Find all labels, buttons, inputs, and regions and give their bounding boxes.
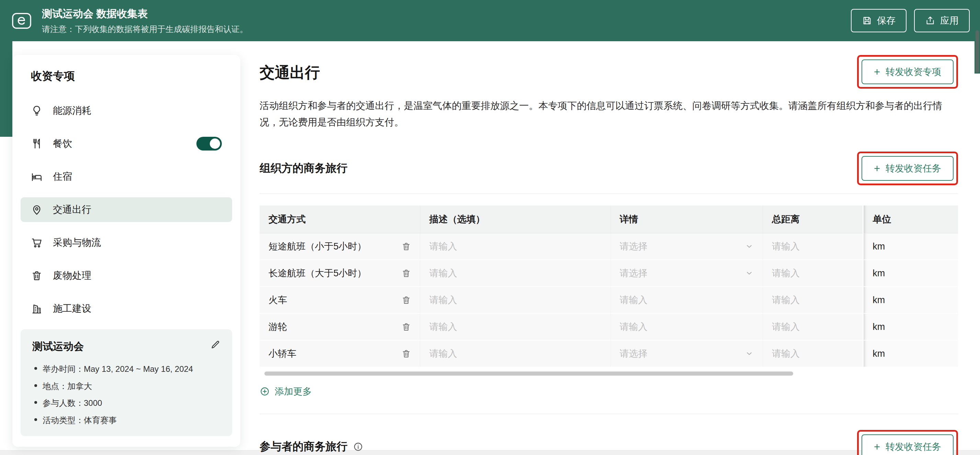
- catering-toggle[interactable]: [196, 137, 222, 150]
- event-detail-dates: 举办时间：May 13, 2024 ~ May 16, 2024: [32, 363, 220, 375]
- delete-row-icon[interactable]: [401, 322, 411, 332]
- plus-icon: +: [874, 67, 880, 77]
- business-travel-table: 交通方式 描述（选填） 详情 总距离 单位 短途航班（小于5小时） 请输入 请选…: [259, 206, 958, 367]
- sidebar-item-construction[interactable]: 施工建设: [21, 296, 232, 321]
- detail-input[interactable]: 请输入: [620, 321, 754, 333]
- main-content: 交通出行 + 转发收资专项 活动组织方和参与者的交通出行，是温室气体的重要排放源…: [259, 55, 958, 455]
- main-header: 交通出行 + 转发收资专项: [259, 55, 958, 89]
- forward-task-button-organizer[interactable]: + 转发收资任务: [862, 156, 954, 181]
- transport-mode-label: 小轿车: [269, 347, 296, 360]
- distance-input[interactable]: 请输入: [772, 321, 854, 333]
- utensils-icon: [31, 138, 43, 150]
- event-detail-participants: 参与人数：3000: [32, 397, 220, 409]
- apply-icon: [925, 16, 935, 26]
- plus-icon: +: [874, 163, 880, 174]
- distance-input[interactable]: 请输入: [772, 267, 854, 279]
- description-input[interactable]: 请输入: [429, 321, 601, 333]
- bulb-icon: [31, 105, 43, 117]
- forward-task-button-participant[interactable]: + 转发收资任务: [862, 434, 954, 455]
- participant-section-header: 参与者的商务旅行 + 转发收资任务: [259, 430, 958, 455]
- description-input[interactable]: 请输入: [429, 240, 601, 252]
- transport-mode-label: 游轮: [269, 321, 287, 333]
- sidebar-item-catering[interactable]: 餐饮: [21, 131, 232, 156]
- sidebar-item-label: 废物处理: [53, 269, 91, 282]
- annotation-box-forward-task-2: + 转发收资任务: [857, 430, 958, 455]
- col-header-description: 描述（选填）: [420, 206, 611, 233]
- unit-cell: km: [863, 313, 958, 340]
- organizer-section-title: 组织方的商务旅行: [259, 161, 347, 176]
- location-pin-icon: [31, 204, 43, 216]
- table-header-row: 交通方式 描述（选填） 详情 总距离 单位: [259, 206, 958, 233]
- cart-icon: [31, 237, 43, 249]
- app-header: 测试运动会 数据收集表 请注意：下列收集的数据将被用于生成碳排报告和认证。 保存: [0, 0, 980, 41]
- unit-cell: km: [863, 287, 958, 313]
- app-logo-icon: [10, 9, 33, 32]
- forward-project-button[interactable]: + 转发收资专项: [862, 59, 954, 84]
- save-button[interactable]: 保存: [851, 9, 907, 32]
- description-input[interactable]: 请输入: [429, 347, 601, 360]
- event-title: 测试运动会: [32, 340, 220, 354]
- distance-input[interactable]: 请输入: [772, 347, 854, 360]
- circle-plus-icon: [259, 386, 270, 397]
- forward-task-label: 转发收资任务: [886, 162, 941, 175]
- sidebar-item-energy[interactable]: 能源消耗: [21, 98, 232, 123]
- header-actions: 保存 应用: [851, 9, 970, 32]
- table-row: 长途航班（大于5小时） 请输入 请选择 请输入 km: [259, 260, 958, 287]
- page-title: 测试运动会 数据收集表: [42, 7, 248, 21]
- distance-input[interactable]: 请输入: [772, 294, 854, 306]
- transport-mode-label: 短途航班（小于5小时）: [269, 240, 366, 252]
- vertical-scrollbar-thumb[interactable]: [975, 30, 979, 73]
- transport-mode-label: 长途航班（大于5小时）: [269, 267, 366, 279]
- apply-button[interactable]: 应用: [914, 9, 970, 32]
- detail-input[interactable]: 请输入: [620, 294, 754, 306]
- trash-icon: [31, 270, 43, 281]
- col-header-transport-mode: 交通方式: [259, 206, 420, 233]
- sidebar-item-waste[interactable]: 废物处理: [21, 263, 232, 288]
- unit-cell: km: [863, 260, 958, 287]
- unit-cell: km: [863, 340, 958, 367]
- save-icon: [862, 16, 872, 26]
- sidebar-item-label: 采购与物流: [53, 236, 101, 249]
- chevron-down-icon: [745, 269, 754, 278]
- detail-select[interactable]: 请选择: [620, 240, 754, 252]
- bed-icon: [31, 171, 43, 182]
- col-header-unit: 单位: [863, 206, 958, 233]
- forward-task-label: 转发收资任务: [886, 441, 941, 453]
- delete-row-icon[interactable]: [401, 268, 411, 278]
- apply-button-label: 应用: [940, 14, 959, 27]
- page-subtitle: 请注意：下列收集的数据将被用于生成碳排报告和认证。: [42, 24, 248, 35]
- event-detail-location: 地点：加拿大: [32, 380, 220, 392]
- event-detail-type: 活动类型：体育赛事: [32, 414, 220, 426]
- edit-pencil-icon[interactable]: [210, 340, 220, 350]
- detail-select[interactable]: 请选择: [620, 347, 754, 360]
- section-divider: [259, 414, 958, 414]
- col-header-detail: 详情: [611, 206, 763, 233]
- plus-icon: +: [874, 442, 880, 452]
- detail-select[interactable]: 请选择: [620, 267, 754, 279]
- chevron-down-icon: [745, 349, 754, 358]
- sidebar-item-procurement[interactable]: 采购与物流: [21, 230, 232, 255]
- info-icon[interactable]: [353, 442, 363, 452]
- distance-input[interactable]: 请输入: [772, 240, 854, 252]
- forward-project-label: 转发收资专项: [886, 65, 941, 78]
- organizer-section-header: 组织方的商务旅行 + 转发收资任务: [259, 152, 958, 194]
- sidebar-item-label: 住宿: [53, 170, 72, 183]
- event-details-list: 举办时间：May 13, 2024 ~ May 16, 2024 地点：加拿大 …: [32, 363, 220, 426]
- col-header-distance: 总距离: [763, 206, 863, 233]
- sidebar-title: 收资专项: [31, 69, 232, 84]
- building-icon: [31, 303, 43, 315]
- table-horizontal-scrollbar-thumb[interactable]: [264, 372, 793, 376]
- delete-row-icon[interactable]: [401, 242, 411, 251]
- description-input[interactable]: 请输入: [429, 267, 601, 279]
- annotation-box-forward-task-1: + 转发收资任务: [857, 152, 958, 185]
- unit-cell: km: [863, 233, 958, 260]
- sidebar-item-transport[interactable]: 交通出行: [21, 197, 232, 222]
- sidebar-menu: 能源消耗 餐饮 住宿: [21, 98, 232, 321]
- sidebar-item-lodging[interactable]: 住宿: [21, 164, 232, 189]
- description-input[interactable]: 请输入: [429, 294, 601, 306]
- chevron-down-icon: [745, 242, 754, 251]
- app-screen: 测试运动会 数据收集表 请注意：下列收集的数据将被用于生成碳排报告和认证。 保存: [0, 0, 980, 455]
- add-more-button[interactable]: 添加更多: [259, 385, 312, 398]
- delete-row-icon[interactable]: [401, 349, 411, 358]
- delete-row-icon[interactable]: [401, 295, 411, 305]
